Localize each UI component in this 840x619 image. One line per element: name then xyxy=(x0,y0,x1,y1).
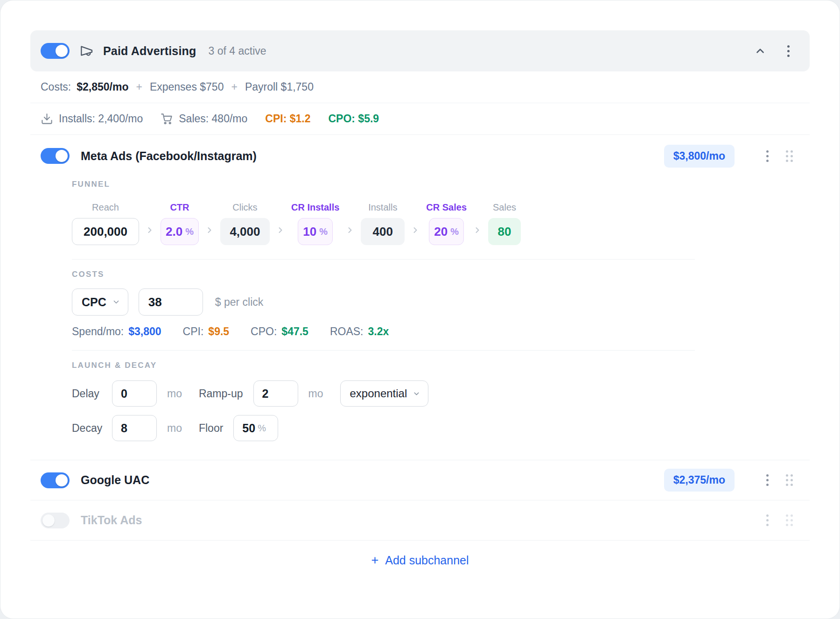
budget-badge-meta: $3,800/mo xyxy=(664,145,735,168)
spend-label: Spend/mo: xyxy=(72,325,124,338)
meta-ads-details: FUNNEL Reach 200,000 CTR 2.0 % xyxy=(72,177,695,460)
chevron-right-icon xyxy=(411,225,420,235)
kebab-icon xyxy=(763,148,771,165)
channel-toggle[interactable] xyxy=(41,43,70,59)
chevron-right-icon xyxy=(205,225,214,235)
roas-value: 3.2x xyxy=(368,325,389,338)
drag-handle-icon[interactable] xyxy=(783,512,796,529)
channel-header: Paid Advertising 3 of 4 active xyxy=(30,30,810,71)
cost-amount-input[interactable]: 38 xyxy=(139,288,203,316)
add-subchannel-label: Add subchannel xyxy=(385,554,469,567)
drag-handle-icon[interactable] xyxy=(783,148,796,165)
cost-model-select[interactable]: CPC xyxy=(72,288,128,316)
subchannel-toggle-meta[interactable] xyxy=(41,148,70,164)
launch-section-label: LAUNCH & DECAY xyxy=(72,361,695,372)
subchannel-row-google-uac: Google UAC $2,375/mo xyxy=(30,460,810,500)
collapse-button[interactable] xyxy=(751,42,770,60)
stage-label: CTR xyxy=(170,201,189,213)
delay-unit: mo xyxy=(167,387,182,400)
kebab-icon xyxy=(763,512,771,529)
chevron-right-icon xyxy=(345,225,355,235)
subchannel-toggle-tiktok[interactable] xyxy=(41,513,70,528)
funnel-stage-cr-installs: CR Installs 10 % xyxy=(291,201,339,245)
costs-label: Costs: xyxy=(41,81,71,93)
cpo-metric: CPO: $5.9 xyxy=(328,113,379,125)
stage-label: Clicks xyxy=(232,201,257,213)
cost-unit-label: $ per click xyxy=(215,296,264,309)
channel-title: Paid Advertising xyxy=(103,44,196,58)
subchannel-menu-button[interactable] xyxy=(758,471,777,490)
add-subchannel-row: + Add subchannel xyxy=(30,541,810,580)
sales-metric-text: Sales: 480/mo xyxy=(179,113,247,125)
roas-label: ROAS: xyxy=(330,325,364,338)
costs-section-label: COSTS xyxy=(72,270,695,281)
subchannel-row-meta-ads: Meta Ads (Facebook/Instagram) $3,800/mo xyxy=(30,135,810,177)
subchannel-menu-button[interactable] xyxy=(758,511,777,530)
curve-selected: exponential xyxy=(350,387,407,400)
delay-value: 0 xyxy=(121,387,127,401)
cpi-metric: CPI: $1.2 xyxy=(265,113,310,125)
toggle-knob xyxy=(42,514,55,527)
subchannel-name-google: Google UAC xyxy=(81,473,149,487)
decay-value: 8 xyxy=(121,422,127,435)
paid-advertising-panel: Paid Advertising 3 of 4 active Costs: $2… xyxy=(0,0,840,619)
stage-value: 400 xyxy=(373,225,393,239)
cr-installs-input[interactable]: 10 % xyxy=(298,218,333,245)
ctr-input[interactable]: 2.0 % xyxy=(161,218,199,245)
chevron-down-icon xyxy=(112,298,120,306)
spend-stat: Spend/mo: $3,800 xyxy=(72,325,161,338)
chevron-down-icon xyxy=(413,390,420,398)
delay-input[interactable]: 0 xyxy=(112,380,157,407)
percent-suffix: % xyxy=(319,226,328,237)
stage-label: Sales xyxy=(493,201,516,213)
reach-input[interactable]: 200,000 xyxy=(72,218,139,245)
decay-input[interactable]: 8 xyxy=(112,415,157,441)
funnel-section-label: FUNNEL xyxy=(72,180,695,191)
floor-value: 50 xyxy=(242,422,255,435)
cart-icon xyxy=(161,113,173,125)
chevron-right-icon xyxy=(473,225,482,235)
cpo-value: $47.5 xyxy=(281,325,308,338)
floor-input[interactable]: 50 % xyxy=(233,415,278,441)
costs-total: $2,850/mo xyxy=(77,81,128,93)
channel-menu-button[interactable] xyxy=(779,42,798,60)
funnel-stage-installs: Installs 400 xyxy=(361,201,405,245)
add-subchannel-button[interactable]: + Add subchannel xyxy=(371,553,469,568)
rampup-unit: mo xyxy=(308,387,323,400)
expenses-value: Expenses $750 xyxy=(150,81,224,93)
subchannel-toggle-google[interactable] xyxy=(41,472,70,488)
funnel-stage-reach: Reach 200,000 xyxy=(72,201,139,245)
funnel-stage-cr-sales: CR Sales 20 % xyxy=(426,201,467,245)
subchannel-name-tiktok: TikTok Ads xyxy=(81,513,142,527)
drag-handle-icon[interactable] xyxy=(783,471,796,489)
cpo-stat: CPO: $47.5 xyxy=(251,325,308,338)
percent-suffix: % xyxy=(185,226,194,237)
cpi-stat: CPI: $9.5 xyxy=(183,325,230,338)
rampup-value: 2 xyxy=(262,387,269,401)
subchannel-menu-button[interactable] xyxy=(758,147,777,165)
cr-sales-input[interactable]: 20 % xyxy=(429,218,464,245)
floor-label: Floor xyxy=(199,422,223,435)
plus-separator: + xyxy=(231,81,237,93)
funnel-stage-clicks: Clicks 4,000 xyxy=(220,201,270,245)
funnel-row: Reach 200,000 CTR 2.0 % Clicks xyxy=(72,201,695,259)
divider xyxy=(72,350,695,351)
stage-value: 200,000 xyxy=(84,225,127,239)
cost-amount-value: 38 xyxy=(148,295,162,310)
cpi-label: CPI: xyxy=(183,325,204,338)
delay-label: Delay xyxy=(72,387,102,400)
chevron-up-icon xyxy=(754,45,766,57)
plus-icon: + xyxy=(371,553,378,568)
stage-label: Reach xyxy=(92,201,119,213)
funnel-stage-sales: Sales 80 xyxy=(488,201,521,245)
stage-value: 10 xyxy=(303,225,316,239)
costs-summary-row: Costs: $2,850/mo + Expenses $750 + Payro… xyxy=(30,71,810,103)
decay-unit: mo xyxy=(167,422,182,435)
download-icon xyxy=(41,113,53,125)
rampup-input[interactable]: 2 xyxy=(253,380,298,407)
curve-select[interactable]: exponential xyxy=(340,380,429,407)
stage-label: CR Sales xyxy=(426,201,467,213)
subchannel-row-tiktok-ads: TikTok Ads xyxy=(30,500,810,541)
toggle-knob xyxy=(56,150,68,162)
toggle-knob xyxy=(56,45,68,57)
